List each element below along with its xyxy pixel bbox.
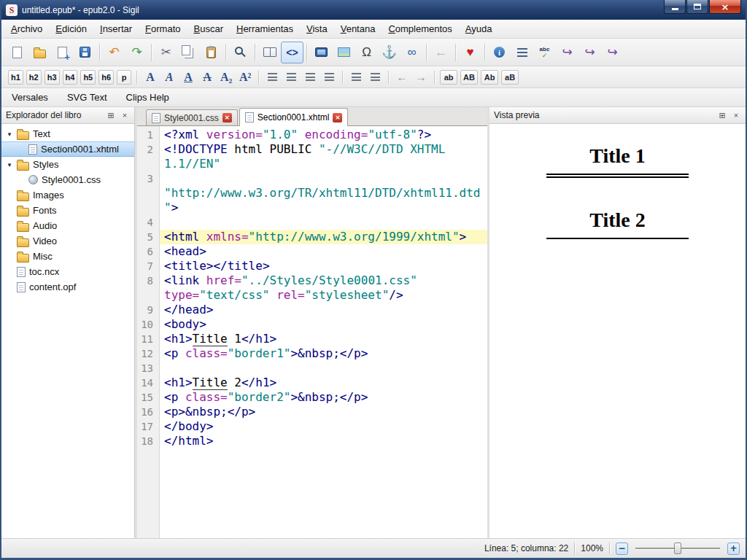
minimize-button[interactable]: [664, 0, 686, 14]
menu-herramientas[interactable]: Herramientas: [230, 20, 300, 38]
menu-vista[interactable]: Vista: [300, 20, 334, 38]
menu-ventana[interactable]: Ventana: [334, 20, 382, 38]
close-button[interactable]: ×: [709, 0, 741, 14]
editor-line-7[interactable]: 7<title></title>: [137, 259, 487, 273]
insert-link-button[interactable]: ∞: [400, 42, 423, 63]
editor-line-13[interactable]: 13: [137, 361, 487, 376]
menu-archivo[interactable]: Archivo: [4, 20, 49, 38]
copy-button[interactable]: [177, 42, 200, 63]
insert-special-character-button[interactable]: Ω: [355, 42, 378, 63]
toolbar-item-versales[interactable]: Versales: [12, 92, 48, 103]
zoom-out-button[interactable]: −: [616, 542, 628, 555]
add-existing-files-button[interactable]: [51, 42, 74, 63]
tree-item-styles[interactable]: ▾Styles: [1, 157, 134, 172]
editor-line-16[interactable]: 16<p>&nbsp;</p>: [137, 405, 487, 419]
tree-item-style0001-css[interactable]: Style0001.css: [1, 172, 134, 187]
editor-line-4[interactable]: 4: [137, 215, 487, 230]
editor-line-3[interactable]: 3 "http://www.w3.org/TR/xhtml11/DTD/xhtm…: [137, 171, 487, 215]
toolbar-item-svg-text[interactable]: SVG Text: [67, 92, 107, 103]
heading-h3-button[interactable]: h3: [44, 70, 60, 85]
insert-image-button[interactable]: [333, 42, 355, 63]
zoom-slider-thumb[interactable]: [674, 542, 681, 554]
align-right-button[interactable]: [301, 69, 319, 85]
find-replace-button[interactable]: [229, 42, 252, 63]
close-panel-icon[interactable]: ×: [120, 110, 130, 120]
numbered-list-button[interactable]: [366, 69, 384, 85]
editor-line-5[interactable]: 5<html xmlns="http://www.w3.org/1999/xht…: [137, 230, 487, 244]
tab-section0001-xhtml[interactable]: Section0001.xhtml×: [239, 108, 349, 126]
editor-line-9[interactable]: 9</head>: [137, 303, 487, 317]
menu-complementos[interactable]: Complementos: [382, 20, 458, 38]
menu-formato[interactable]: Formato: [139, 20, 187, 38]
heading-h6-button[interactable]: h6: [98, 70, 114, 85]
undo-button[interactable]: ↶: [103, 42, 125, 63]
increase-indent-button[interactable]: →: [412, 69, 430, 85]
prev-misspelled-word-button[interactable]: ↪: [578, 42, 601, 63]
close-panel-icon[interactable]: ×: [731, 110, 741, 120]
editor-line-14[interactable]: 14<h1>Title 2</h1>: [137, 376, 487, 390]
heading-h4-button[interactable]: h4: [63, 70, 78, 85]
goto-misspelled-word-button[interactable]: ↪: [601, 42, 624, 63]
editor-line-17[interactable]: 17</body>: [137, 419, 487, 434]
editor-line-1[interactable]: 1<?xml version="1.0" encoding="utf-8"?>: [137, 128, 487, 142]
tab-style0001-css[interactable]: Style0001.css×: [146, 109, 238, 125]
align-justify-button[interactable]: [320, 69, 338, 85]
tab-close-icon[interactable]: ×: [222, 113, 232, 122]
subscript-button[interactable]: A₂: [217, 69, 235, 85]
editor-line-2[interactable]: 2<!DOCTYPE html PUBLIC "-//W3C//DTD XHTM…: [137, 142, 487, 171]
tree-item-toc-ncx[interactable]: toc.ncx: [1, 264, 134, 279]
new-file-button[interactable]: [6, 42, 28, 63]
decrease-indent-button[interactable]: ←: [393, 69, 411, 85]
editor-line-6[interactable]: 6<head>: [137, 244, 487, 259]
code-editor[interactable]: 1<?xml version="1.0" encoding="utf-8"?>2…: [137, 126, 487, 538]
lowercase-button[interactable]: ab: [440, 70, 457, 85]
tree-item-section0001-xhtml[interactable]: Section0001.xhtml: [1, 141, 134, 157]
titlecase-button[interactable]: aB: [501, 70, 519, 85]
book-view-button[interactable]: [258, 42, 281, 63]
menu-buscar[interactable]: Buscar: [187, 20, 230, 38]
tree-item-text[interactable]: ▾Text: [1, 126, 134, 141]
redo-button[interactable]: ↷: [125, 42, 148, 63]
tab-close-icon[interactable]: ×: [333, 113, 342, 122]
insert-id-button[interactable]: ⚓: [378, 42, 400, 63]
align-center-button[interactable]: [282, 69, 300, 85]
underline-button[interactable]: A: [179, 69, 197, 85]
editor-line-10[interactable]: 10<body>: [137, 317, 487, 332]
bold-button[interactable]: A: [142, 69, 159, 85]
heading-h2-button[interactable]: h2: [26, 70, 42, 85]
code-view-button[interactable]: <>: [281, 42, 303, 63]
expand-arrow-icon[interactable]: ▾: [6, 161, 13, 168]
open-file-button[interactable]: [28, 42, 51, 63]
tree-item-content-opf[interactable]: content.opf: [1, 279, 134, 295]
editor-line-11[interactable]: 11<h1>Title 1</h1>: [137, 332, 487, 346]
expand-arrow-icon[interactable]: ▾: [6, 131, 13, 138]
preview-window-button[interactable]: [310, 42, 333, 63]
spellcheck-button[interactable]: [533, 42, 556, 63]
align-left-button[interactable]: [263, 69, 281, 85]
editor-line-8[interactable]: 8<link href="../Styles/Style0001.css" ty…: [137, 273, 487, 303]
menu-ayuda[interactable]: Ayuda: [459, 20, 499, 38]
bulleted-list-button[interactable]: [347, 69, 365, 85]
superscript-button[interactable]: A²: [236, 69, 254, 85]
tree-item-audio[interactable]: Audio: [1, 218, 134, 233]
uppercase-button[interactable]: AB: [460, 70, 478, 85]
next-misspelled-word-button[interactable]: ↪: [556, 42, 578, 63]
editor-line-12[interactable]: 12<p class="border1">&nbsp;</p>: [137, 346, 487, 361]
paste-button[interactable]: [200, 42, 222, 63]
float-panel-icon[interactable]: ⊞: [106, 110, 116, 120]
back-to-link-button[interactable]: ←: [430, 42, 452, 63]
editor-line-15[interactable]: 15<p class="border2">&nbsp;</p>: [137, 390, 487, 405]
heading-h5-button[interactable]: h5: [80, 70, 96, 85]
strikethrough-button[interactable]: A: [198, 69, 216, 85]
heading-h1-button[interactable]: h1: [8, 70, 23, 85]
cut-button[interactable]: ✂: [155, 42, 177, 63]
toolbar-item-clips-help[interactable]: Clips Help: [126, 92, 169, 103]
save-button[interactable]: [74, 42, 96, 63]
donate-button[interactable]: ♥: [459, 42, 481, 63]
tree-item-fonts[interactable]: Fonts: [1, 203, 134, 218]
editor-line-18[interactable]: 18</html>: [137, 434, 487, 448]
float-panel-icon[interactable]: ⊞: [717, 110, 727, 120]
tree-item-images[interactable]: Images: [1, 187, 134, 203]
maximize-button[interactable]: [686, 0, 708, 14]
zoom-slider[interactable]: [634, 542, 721, 555]
